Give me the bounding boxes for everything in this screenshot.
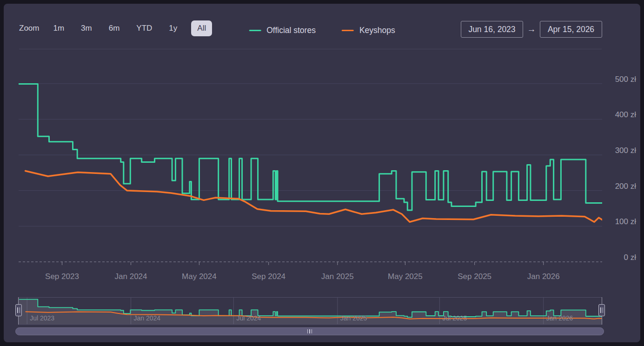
range-button-1m[interactable]: 1m <box>50 20 67 36</box>
legend-item-keyshops[interactable]: Keyshops <box>342 26 395 35</box>
navigator-axis-label: Jan 2025 <box>340 314 367 322</box>
zoom-toolbar: Zoom 1m3m6mYTD1yAll <box>19 20 212 37</box>
range-button-3m[interactable]: 3m <box>78 20 95 36</box>
y-axis-label: 500 zł <box>604 75 636 84</box>
header-separator <box>19 49 602 49</box>
price-history-panel: Zoom 1m3m6mYTD1yAll Official storesKeysh… <box>4 4 640 342</box>
scrollbar-grip-icon <box>312 329 312 333</box>
main-chart-plot[interactable] <box>19 53 602 265</box>
date-range-arrow-icon: → <box>524 21 539 38</box>
legend-item-official-stores[interactable]: Official stores <box>249 26 316 35</box>
navigator-right-handle[interactable] <box>598 304 605 316</box>
navigator-axis-label: Jul 2024 <box>236 314 261 322</box>
scrollbar-grip-icon <box>307 329 308 333</box>
x-axis-label: Jan 2026 <box>513 272 574 281</box>
range-button-all[interactable]: All <box>191 20 212 36</box>
zoom-label: Zoom <box>19 24 39 33</box>
x-axis-label: Jan 2025 <box>307 272 368 281</box>
y-axis-label: 300 zł <box>604 146 636 155</box>
range-button-ytd[interactable]: YTD <box>133 20 155 36</box>
range-button-6m[interactable]: 6m <box>106 20 123 36</box>
x-axis-label: Sep 2023 <box>32 272 92 281</box>
navigator-axis-label: Jul 2025 <box>442 314 467 322</box>
chart-legend: Official storesKeyshops <box>249 26 395 35</box>
x-axis-label: May 2025 <box>375 272 435 281</box>
horizontal-scrollbar[interactable] <box>15 327 604 335</box>
range-button-1y[interactable]: 1y <box>166 20 180 36</box>
y-axis-label: 400 zł <box>604 110 636 120</box>
y-axis-label: 200 zł <box>604 182 636 191</box>
navigator-axis-label: Jan 2024 <box>134 314 161 322</box>
scrollbar-grip-icon <box>309 329 310 333</box>
legend-marker-icon <box>342 30 354 32</box>
navigator-axis-label: Jul 2023 <box>30 314 54 322</box>
date-from-input[interactable]: Jun 16, 2023 <box>461 21 523 38</box>
navigator-left-handle[interactable] <box>15 304 22 316</box>
x-axis-label: May 2024 <box>169 272 229 281</box>
navigator-chart[interactable] <box>19 297 602 325</box>
date-to-input[interactable]: Apr 15, 2026 <box>540 21 602 38</box>
y-axis-label: 100 zł <box>604 217 636 226</box>
legend-label: Keyshops <box>359 26 395 35</box>
x-axis-label: Jan 2024 <box>101 272 161 281</box>
legend-label: Official stores <box>266 26 316 35</box>
x-axis-label: Sep 2024 <box>239 272 299 281</box>
navigator-axis-label: Jan 2026 <box>546 314 573 322</box>
x-axis-label: Sep 2025 <box>445 272 505 281</box>
legend-marker-icon <box>249 30 261 32</box>
y-axis-label: 0 zł <box>604 253 636 262</box>
